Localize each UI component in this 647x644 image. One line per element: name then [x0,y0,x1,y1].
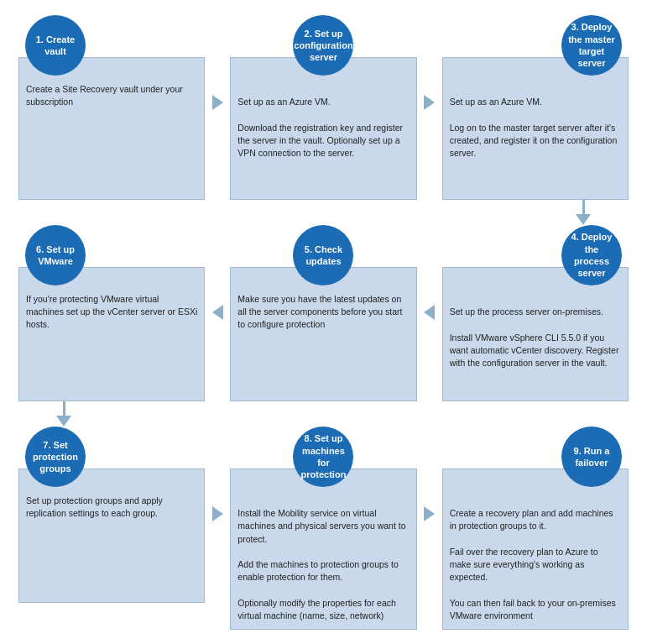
arrow-1-2 [208,15,227,110]
step-5-unit: 5. Check updates Make sure you have the … [227,225,420,401]
step-9-box: Create a recovery plan and add machines … [442,469,629,630]
step-2-circle: 2. Set up configuration server [293,15,353,76]
step-8-unit: 8. Set up machines for protection Instal… [227,427,420,630]
step-3-unit: 3. Deploy the master target server Set u… [439,15,632,200]
arrow-5-6 [208,225,227,320]
arrow-4-5 [420,225,439,320]
step-2-unit: 2. Set up configuration server Set up as… [227,15,420,200]
arrow-7-8 [208,427,227,521]
step-1-box: Create a Site Recovery vault under your … [18,57,205,200]
v-arrow-3-4 [15,200,632,225]
step-7-box: Set up protection groups and apply repli… [18,469,205,603]
step-8-circle: 8. Set up machines for protection [293,427,353,487]
step-9-unit: 9. Run a failover Create a recovery plan… [439,427,632,630]
v-arrow-6-7 [15,401,632,427]
arrow-8-9 [420,427,439,521]
step-6-unit: 6. Set up VMware If you're protecting VM… [15,225,208,401]
step-4-box: Set up the process server on-premises. I… [442,267,629,401]
step-4-circle: 4. Deploy the process server [561,225,622,285]
step-3-circle: 3. Deploy the master target server [561,15,622,76]
step-2-box: Set up as an Azure VM. Download the regi… [230,57,416,200]
step-5-box: Make sure you have the latest updates on… [230,267,416,401]
step-7-unit: 7. Set protection groups Set up protecti… [15,427,208,603]
step-8-box: Install the Mobility service on virtual … [230,469,416,630]
step-9-circle: 9. Run a failover [561,427,622,487]
step-4-unit: 4. Deploy the process server Set up the … [439,225,632,401]
step-3-box: Set up as an Azure VM. Log on to the mas… [442,57,629,200]
step-6-circle: 6. Set up VMware [25,225,86,285]
step-1-unit: 1. Create vault Create a Site Recovery v… [15,15,208,200]
step-7-circle: 7. Set protection groups [25,427,86,487]
arrow-2-3 [420,15,439,110]
step-1-circle: 1. Create vault [25,15,86,76]
main-container: 1. Create vault Create a Site Recovery v… [8,8,639,636]
step-6-box: If you're protecting VMware virtual mach… [18,267,205,401]
step-5-circle: 5. Check updates [293,225,353,285]
